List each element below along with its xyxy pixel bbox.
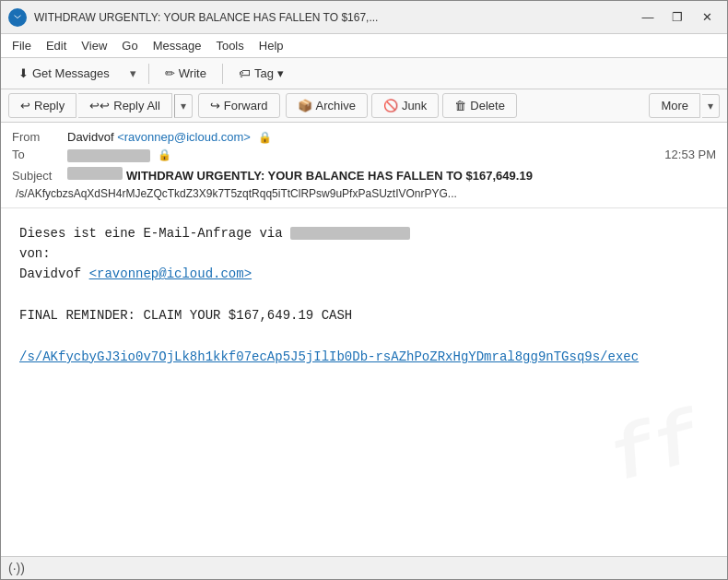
- archive-icon: 📦: [298, 99, 312, 112]
- hash-line: /s/AKfycbzsAqXdSH4rMJeZQcTkdZ3X9k7T5zqtR…: [12, 185, 716, 202]
- from-email: <ravonnep@icloud.com>: [117, 130, 251, 144]
- reply-all-icon: ↩↩: [89, 99, 110, 112]
- archive-label: Archive: [316, 99, 356, 112]
- subject-label: Subject: [12, 169, 67, 183]
- from-value: Davidvof <ravonnep@icloud.com> 🔒: [67, 130, 716, 144]
- menu-tools[interactable]: Tools: [208, 36, 251, 55]
- reply-label: Reply: [34, 99, 65, 112]
- body-text-3: Davidvof: [19, 266, 89, 281]
- delete-icon: 🗑: [454, 99, 466, 112]
- watermark: ff: [597, 383, 713, 519]
- body-email-link[interactable]: <ravonnep@icloud.com>: [89, 266, 252, 281]
- more-dropdown[interactable]: ▾: [702, 94, 720, 118]
- more-button[interactable]: More: [649, 93, 700, 118]
- get-messages-dropdown[interactable]: ▾: [123, 62, 143, 85]
- window-controls: — ❐ ✕: [635, 7, 720, 28]
- reply-icon: ↩: [20, 99, 30, 112]
- restore-button[interactable]: ❐: [664, 7, 690, 28]
- close-button[interactable]: ✕: [694, 7, 720, 28]
- tag-icon: 🏷: [239, 66, 251, 80]
- junk-label: Junk: [402, 99, 427, 112]
- tag-dropdown-icon: ▾: [277, 66, 284, 80]
- body-text-1: Dieses ist eine E-Mail-Anfrage via: [19, 226, 290, 241]
- body-final-reminder: FINAL REMINDER: CLAIM YOUR $167,649.19 C…: [19, 308, 352, 323]
- from-row: From Davidvof <ravonnep@icloud.com> 🔒: [12, 128, 716, 146]
- toolbar-email-actions: ↩ Reply ↩↩ Reply All ▾ ↪ Forward 📦 Archi…: [1, 89, 727, 123]
- main-window: WITHDRAW URGENTLY: YOUR BALANCE HAS FALL…: [0, 0, 728, 580]
- connection-icon: (·)): [8, 561, 25, 575]
- email-body: ff Dieses ist eine E-Mail-Anfrage via vo…: [1, 208, 727, 556]
- to-security-icon[interactable]: 🔒: [158, 148, 171, 161]
- body-text-2: von:: [19, 246, 51, 261]
- to-label: To: [12, 148, 67, 161]
- delete-button[interactable]: 🗑 Delete: [442, 93, 517, 118]
- toolbar-separator-2: [222, 64, 223, 84]
- svg-point-0: [12, 12, 23, 23]
- menu-bar: File Edit View Go Message Tools Help: [1, 34, 727, 58]
- app-icon: [8, 8, 27, 27]
- get-messages-label: Get Messages: [32, 66, 110, 80]
- forward-label: Forward: [224, 99, 268, 112]
- menu-view[interactable]: View: [74, 36, 114, 55]
- to-row: To 🔒 12:53 PM: [12, 146, 716, 164]
- security-icon[interactable]: 🔒: [258, 131, 272, 144]
- get-messages-icon: ⬇: [18, 66, 29, 80]
- tag-button[interactable]: 🏷 Tag ▾: [229, 62, 294, 85]
- from-name: Davidvof: [67, 130, 114, 144]
- email-header: From Davidvof <ravonnep@icloud.com> 🔒 To…: [1, 123, 727, 208]
- reply-all-dropdown[interactable]: ▾: [174, 94, 193, 118]
- body-blurred-1: [290, 227, 410, 240]
- to-address-blurred: [67, 149, 150, 162]
- to-value: 🔒: [67, 148, 664, 162]
- junk-icon: 🚫: [383, 99, 398, 112]
- menu-help[interactable]: Help: [252, 36, 291, 55]
- status-bar: (·)): [1, 556, 727, 579]
- write-button[interactable]: ✏ Write: [155, 62, 217, 85]
- subject-text: WITHDRAW URGENTLY: YOUR BALANCE HAS FALL…: [126, 169, 533, 183]
- minimize-button[interactable]: —: [635, 7, 661, 28]
- archive-button[interactable]: 📦 Archive: [286, 93, 368, 118]
- body-url-link[interactable]: /s/AKfycbyGJ3io0v7OjLk8h1kkf07ecAp5J5jIl…: [19, 349, 639, 364]
- email-time: 12:53 PM: [664, 148, 716, 161]
- title-bar: WITHDRAW URGENTLY: YOUR BALANCE HAS FALL…: [1, 1, 727, 34]
- reply-button[interactable]: ↩ Reply: [8, 93, 76, 118]
- menu-go[interactable]: Go: [114, 36, 145, 55]
- menu-edit[interactable]: Edit: [39, 36, 74, 55]
- menu-file[interactable]: File: [5, 36, 39, 55]
- junk-button[interactable]: 🚫 Junk: [371, 93, 439, 118]
- window-title: WITHDRAW URGENTLY: YOUR BALANCE HAS FALL…: [34, 11, 628, 24]
- subject-row: Subject WITHDRAW URGENTLY: YOUR BALANCE …: [12, 164, 716, 185]
- reply-all-label: Reply All: [113, 99, 160, 112]
- write-icon: ✏: [165, 66, 175, 80]
- write-label: Write: [179, 66, 206, 80]
- tag-label: Tag: [254, 66, 274, 80]
- delete-label: Delete: [470, 99, 505, 112]
- menu-message[interactable]: Message: [146, 36, 209, 55]
- subject-prefix-blurred: [67, 167, 123, 180]
- forward-button[interactable]: ↪ Forward: [198, 93, 280, 118]
- get-messages-button[interactable]: ⬇ Get Messages: [8, 62, 120, 85]
- toolbar-main: ⬇ Get Messages ▾ ✏ Write 🏷 Tag ▾: [1, 58, 727, 89]
- reply-all-button[interactable]: ↩↩ Reply All: [78, 93, 172, 118]
- more-label: More: [661, 99, 688, 112]
- from-label: From: [12, 130, 67, 144]
- toolbar-separator-1: [148, 64, 149, 84]
- forward-icon: ↪: [210, 99, 220, 112]
